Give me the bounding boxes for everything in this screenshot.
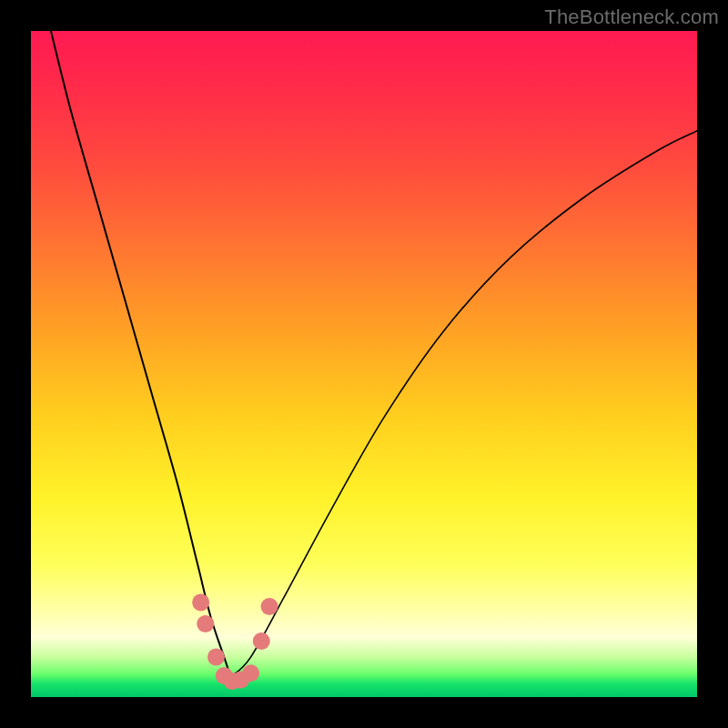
watermark-text: TheBottleneck.com [544,5,719,29]
marker-dot [253,632,270,650]
marker-dot [207,649,225,666]
plot-area [31,31,697,697]
marker-dot [242,664,259,682]
marker-dot [261,598,278,615]
curve-left-branch [51,31,231,677]
highlight-markers [192,594,278,690]
curve-right-branch [231,131,697,677]
chart-frame: TheBottleneck.com [0,0,728,728]
marker-dot [192,594,209,612]
curves-svg [31,31,697,697]
marker-dot [197,615,214,632]
bottleneck-curve [51,31,697,677]
